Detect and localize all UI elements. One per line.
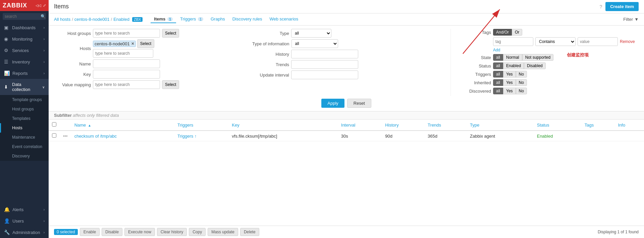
state-all-btn[interactable]: all [493, 54, 503, 61]
tab-web-scenarios[interactable]: Web scenarios [266, 15, 302, 23]
delete-button[interactable]: Delete [240, 228, 259, 236]
hosts-search-input[interactable] [93, 49, 153, 58]
help-icon[interactable]: ? [599, 4, 602, 9]
tab-discovery[interactable]: Discovery rules [229, 15, 266, 23]
remove-tag-link[interactable]: Remove [620, 39, 635, 44]
mass-update-button[interactable]: Mass update [208, 228, 238, 236]
state-normal-btn[interactable]: Normal [503, 54, 522, 61]
tags-row: Tags And/Or Or [454, 29, 639, 36]
row-checkbox [49, 131, 60, 141]
sidebar-item-monitoring[interactable]: ◉ Monitoring › [0, 33, 49, 45]
table-col-tags[interactable]: Tags [581, 120, 615, 131]
discovered-no-btn[interactable]: No [516, 88, 527, 94]
discovered-all-btn[interactable]: all [493, 88, 503, 94]
history-input[interactable] [291, 50, 358, 58]
clear-history-button[interactable]: Clear history [157, 228, 187, 236]
row-name[interactable]: checksum of /tmp/abc [71, 131, 174, 141]
inherited-yes-btn[interactable]: Yes [503, 79, 516, 86]
sidebar-sub-templates[interactable]: Templates [0, 114, 49, 123]
sidebar-item-alerts[interactable]: 🔔 Alerts › [0, 204, 49, 215]
reset-button[interactable]: Reset [347, 99, 371, 108]
bottom-left: 0 selected Enable Disable Execute now Cl… [54, 228, 259, 236]
breadcrumb-node[interactable]: centos-8-node001 [74, 17, 110, 22]
type-select[interactable]: all Zabbix agent SNMP IPMI [291, 29, 331, 38]
table-col-triggers[interactable]: Triggers [174, 120, 228, 131]
key-input[interactable] [93, 70, 160, 79]
sidebar-sub-event-correlation[interactable]: Event correlation [0, 142, 49, 151]
host-groups-input[interactable] [93, 29, 160, 38]
host-groups-label: Host groups [54, 31, 91, 36]
sidebar-sub-hosts[interactable]: Hosts [0, 123, 49, 133]
type-of-info-label: Type of information [252, 41, 289, 46]
table-col-history[interactable]: History [382, 120, 424, 131]
sidebar-item-label: Data collection [12, 82, 40, 92]
update-interval-input[interactable] [291, 70, 358, 79]
table-col-type[interactable]: Type [467, 120, 534, 131]
discovered-buttons: all Yes No [493, 88, 527, 94]
state-not-supported-btn[interactable]: Not supported [522, 54, 553, 61]
status-enabled-btn[interactable]: Enabled [503, 62, 524, 69]
sidebar-sub-discovery[interactable]: Discovery [0, 151, 49, 161]
sidebar-item-inventory[interactable]: ☰ Inventory › [0, 56, 49, 67]
name-input[interactable] [93, 59, 160, 68]
enable-button[interactable]: Enable [80, 228, 100, 236]
sidebar-sub-maintenance[interactable]: Maintenance [0, 133, 49, 142]
tag-contains-select[interactable]: Contains Equals Does not contain [535, 37, 576, 46]
select-all-checkbox[interactable] [52, 122, 56, 127]
breadcrumb-enabled[interactable]: Enabled [113, 17, 129, 22]
sidebar-item-data-collection[interactable]: ⬇ Data collection ∨ [0, 79, 49, 95]
sidebar-search-input[interactable] [3, 13, 46, 20]
tag-value-input[interactable] [578, 37, 618, 46]
sidebar-item-dashboards[interactable]: ▣ Dashboards › [0, 22, 49, 33]
add-tag-link[interactable]: Add [493, 48, 500, 52]
disable-button[interactable]: Disable [102, 228, 122, 236]
tab-triggers[interactable]: Triggers 1 [177, 15, 207, 23]
status-disabled-btn[interactable]: Disabled [524, 62, 546, 69]
hosts-select-btn[interactable]: Select [137, 39, 154, 48]
host-groups-select-btn[interactable]: Select [162, 29, 179, 38]
sidebar-sub-host-groups[interactable]: Host groups [0, 104, 49, 114]
row-select-checkbox[interactable] [52, 133, 56, 138]
tag-name-input[interactable] [493, 37, 533, 46]
collapse-icon[interactable]: ◁◁ [36, 3, 41, 8]
fullscreen-icon[interactable]: ⤢ [43, 3, 46, 8]
sidebar-item-users[interactable]: 👤 Users › [0, 215, 49, 227]
execute-now-button[interactable]: Execute now [124, 228, 155, 236]
triggers-all-btn[interactable]: all [493, 71, 503, 78]
table-col-interval[interactable]: Interval [338, 120, 382, 131]
inherited-all-btn[interactable]: all [493, 79, 503, 86]
and-or-btn[interactable]: And/Or [493, 29, 512, 36]
filter-button[interactable]: Filter ▼ [623, 17, 639, 22]
breadcrumb-all-hosts[interactable]: All hosts [54, 17, 70, 22]
table-col-key[interactable]: Key [228, 120, 338, 131]
tab-graphs[interactable]: Graphs [207, 15, 228, 23]
inherited-no-btn[interactable]: No [516, 79, 527, 86]
value-mapping-input[interactable] [93, 80, 160, 89]
hosts-input-container: centos-8-node001 ✕ Select [93, 39, 154, 58]
sidebar-sub-template-groups[interactable]: Template groups [0, 95, 49, 104]
type-of-info-select[interactable]: all Numeric (unsigned) Character Text [291, 39, 338, 48]
create-item-button[interactable]: Create item [605, 2, 639, 11]
table-col-trends[interactable]: Trends [424, 120, 467, 131]
or-btn[interactable]: Or [512, 29, 522, 36]
sidebar-item-services[interactable]: ⚙ Services › [0, 45, 49, 56]
apply-button[interactable]: Apply [321, 99, 344, 108]
triggers-yes-btn[interactable]: Yes [503, 71, 516, 78]
trends-input[interactable] [291, 60, 358, 69]
sidebar-item-reports[interactable]: 📊 Reports › [0, 67, 49, 79]
status-label: Status [454, 63, 491, 68]
remove-host-chip[interactable]: ✕ [131, 42, 134, 46]
value-mapping-select-btn[interactable]: Select [162, 80, 179, 89]
status-all-btn[interactable]: all [493, 62, 503, 69]
table-col-status[interactable]: Status [534, 120, 581, 131]
items-table: Name ▲ Triggers Key Interval History Tre… [49, 120, 644, 141]
tab-items[interactable]: Items 1 [151, 15, 176, 23]
services-icon: ⚙ [4, 48, 9, 53]
table-col-name[interactable]: Name ▲ [71, 120, 174, 131]
copy-button[interactable]: Copy [189, 228, 206, 236]
row-triggers[interactable]: Triggers ↑ [174, 131, 228, 141]
tags-label: Tags [454, 30, 491, 35]
triggers-no-btn[interactable]: No [516, 71, 527, 78]
sidebar-item-administration[interactable]: 🔧 Administration › [0, 227, 49, 238]
discovered-yes-btn[interactable]: Yes [503, 88, 516, 94]
